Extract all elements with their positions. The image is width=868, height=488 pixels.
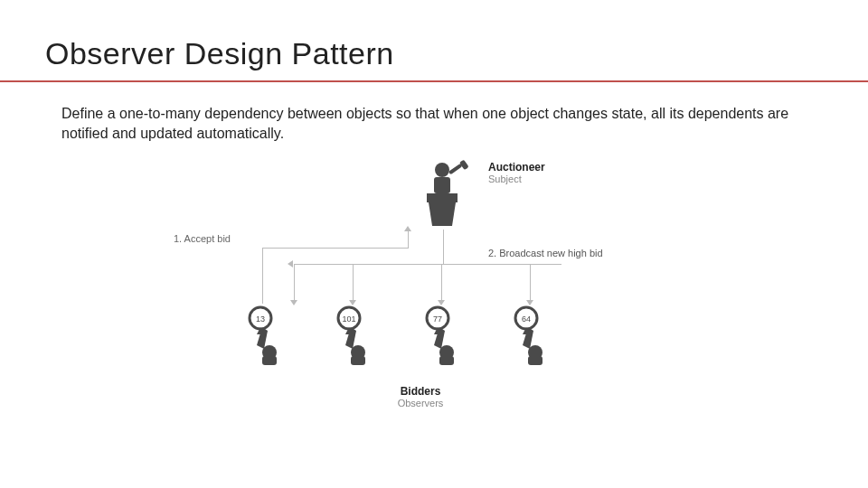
observers-title: Bidders xyxy=(375,385,466,398)
subject-label: Auctioneer Subject xyxy=(488,161,570,184)
paddle-number: 101 xyxy=(342,314,355,324)
auctioneer-icon xyxy=(410,159,474,230)
line-broadcast-stem xyxy=(443,230,444,264)
line-broadcast-bus xyxy=(294,264,561,265)
drop2 xyxy=(353,264,354,302)
line-accept-v xyxy=(262,248,263,304)
subject-subtitle: Subject xyxy=(488,174,570,184)
svg-marker-5 xyxy=(429,202,456,226)
bidder-icon: 77 xyxy=(418,302,465,365)
arrow-broadcast-left xyxy=(288,260,293,267)
drop4 xyxy=(530,264,531,302)
svg-point-0 xyxy=(435,163,449,177)
step1-label: 1. Accept bid xyxy=(174,233,231,244)
step2-label: 2. Broadcast new high bid xyxy=(488,248,603,258)
line-accept-h xyxy=(262,248,409,249)
definition-text: Define a one-to-many dependency between … xyxy=(61,104,805,143)
page-title: Observer Design Pattern xyxy=(45,36,823,71)
svg-rect-19 xyxy=(528,356,542,365)
observer-diagram: Auctioneer Subject 1. Accept bid 2. Broa… xyxy=(190,159,678,421)
svg-rect-1 xyxy=(434,177,450,193)
bidder-4: 64 xyxy=(506,302,553,369)
svg-rect-4 xyxy=(427,193,458,202)
svg-rect-15 xyxy=(439,356,454,365)
subject-title: Auctioneer xyxy=(488,161,570,174)
auctioneer-figure xyxy=(410,159,474,233)
svg-rect-2 xyxy=(448,164,462,174)
paddle-number: 64 xyxy=(522,314,531,324)
bidder-2: 101 xyxy=(329,302,376,369)
svg-rect-7 xyxy=(262,356,277,365)
drop1 xyxy=(294,264,295,302)
observers-label: Bidders Observers xyxy=(375,385,466,408)
bidder-icon: 13 xyxy=(241,302,288,365)
bidder-icon: 64 xyxy=(506,302,553,365)
bidder-3: 77 xyxy=(418,302,465,369)
bidder-1: 13 xyxy=(241,302,288,369)
arrow-accept xyxy=(404,226,411,231)
diagram-container: Auctioneer Subject 1. Accept bid 2. Broa… xyxy=(45,159,823,421)
paddle-number: 13 xyxy=(256,314,265,324)
slide: Observer Design Pattern Define a one-to-… xyxy=(0,0,868,439)
svg-rect-11 xyxy=(351,356,365,365)
bidder-icon: 101 xyxy=(329,302,376,365)
observers-subtitle: Observers xyxy=(375,398,466,408)
drop3 xyxy=(441,264,442,302)
title-underline xyxy=(0,80,868,82)
paddle-number: 77 xyxy=(433,314,442,324)
bidders-row: 13 101 xyxy=(241,302,553,369)
line-accept-v2 xyxy=(408,230,409,248)
